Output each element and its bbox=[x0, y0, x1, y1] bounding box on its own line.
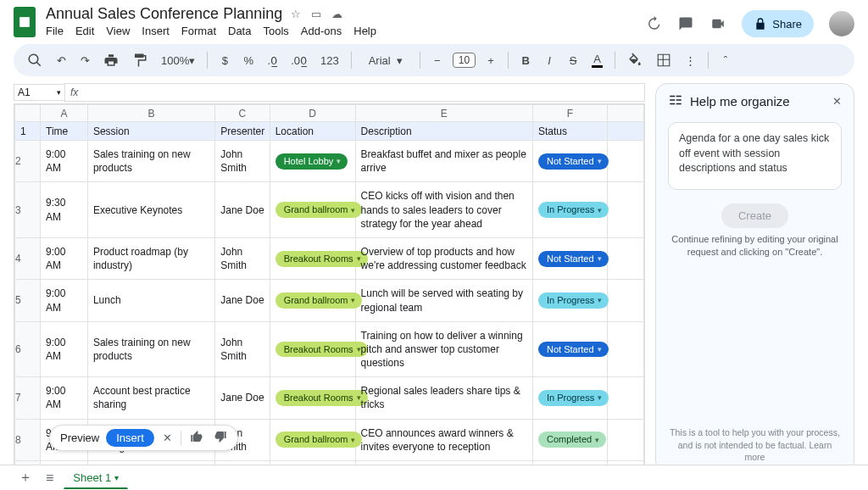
header-location[interactable]: Location bbox=[270, 122, 355, 141]
grid[interactable]: ABCDEF 1 Time Session Presenter Location… bbox=[14, 103, 645, 473]
cell-description[interactable]: Overview of top products and how we're a… bbox=[355, 237, 532, 279]
cell-description[interactable]: Training on how to deliver a winning pit… bbox=[355, 321, 532, 377]
decrease-decimal-icon[interactable]: .0̲ bbox=[264, 51, 281, 70]
cell-description[interactable]: Lunch will be served with seating by reg… bbox=[355, 280, 532, 321]
doc-title[interactable]: Annual Sales Conference Planning bbox=[46, 5, 282, 23]
cell-description[interactable]: CEO announces award winners & invites ev… bbox=[355, 419, 532, 460]
text-color-icon[interactable]: A bbox=[588, 49, 606, 71]
cell-time[interactable]: 9:00 AM bbox=[41, 237, 88, 279]
move-icon[interactable]: ▭ bbox=[311, 8, 321, 20]
col-header-C[interactable]: C bbox=[215, 105, 270, 122]
col-header-F[interactable]: F bbox=[532, 105, 607, 122]
header-description[interactable]: Description bbox=[355, 122, 532, 141]
menu-add-ons[interactable]: Add-ons bbox=[301, 25, 342, 37]
cloud-status-icon[interactable]: ☁ bbox=[331, 8, 342, 20]
history-icon[interactable] bbox=[645, 15, 662, 32]
header-time[interactable]: Time bbox=[41, 122, 88, 141]
close-preview-icon[interactable]: ✕ bbox=[161, 432, 174, 444]
star-icon[interactable]: ☆ bbox=[291, 8, 301, 20]
col-header-E[interactable]: E bbox=[355, 105, 532, 122]
cell-presenter[interactable]: John Smith bbox=[215, 141, 270, 182]
cell-session[interactable]: Sales training on new products bbox=[87, 321, 214, 377]
row-header[interactable]: 5 bbox=[15, 280, 41, 321]
cell-session[interactable]: Lunch bbox=[87, 280, 214, 321]
increase-decimal-icon[interactable]: .00̲ bbox=[287, 51, 310, 70]
zoom-select[interactable]: 100% ▾ bbox=[158, 51, 198, 70]
row-header[interactable]: 2 bbox=[15, 141, 41, 182]
strikethrough-icon[interactable]: S bbox=[565, 51, 581, 70]
menu-view[interactable]: View bbox=[106, 25, 130, 37]
menu-format[interactable]: Format bbox=[181, 25, 216, 37]
status-chip[interactable]: Not Started▾ bbox=[538, 342, 609, 358]
all-sheets-icon[interactable]: ≡ bbox=[42, 471, 57, 486]
insert-button[interactable]: Insert bbox=[106, 429, 154, 447]
cell-session[interactable]: Account best practice sharing bbox=[87, 377, 214, 419]
cell-time[interactable]: 9:00 AM bbox=[41, 141, 88, 182]
menu-data[interactable]: Data bbox=[228, 25, 251, 37]
header-session[interactable]: Session bbox=[87, 122, 214, 141]
formula-bar[interactable]: fx bbox=[64, 83, 645, 102]
thumbs-down-icon[interactable] bbox=[212, 430, 229, 446]
sheet-tab-1[interactable]: Sheet 1▾ bbox=[64, 467, 128, 489]
percent-icon[interactable]: % bbox=[240, 51, 257, 70]
menu-edit[interactable]: Edit bbox=[75, 25, 94, 37]
row-header[interactable]: 7 bbox=[15, 377, 41, 419]
thumbs-up-icon[interactable] bbox=[188, 430, 205, 446]
row-header[interactable]: 6 bbox=[15, 321, 41, 377]
menu-insert[interactable]: Insert bbox=[142, 25, 170, 37]
search-icon[interactable] bbox=[24, 49, 46, 71]
cell-location[interactable]: Breakout Rooms▾ bbox=[270, 237, 355, 279]
decrease-font-icon[interactable]: − bbox=[429, 51, 446, 70]
location-chip[interactable]: Grand ballroom▾ bbox=[275, 202, 363, 218]
currency-icon[interactable]: $ bbox=[216, 51, 233, 70]
font-family-select[interactable]: Arial ▾ bbox=[360, 51, 411, 70]
cell-description[interactable]: Regional sales leaders share tips & tric… bbox=[355, 377, 532, 419]
font-size-input[interactable]: 10 bbox=[453, 53, 476, 68]
menu-tools[interactable]: Tools bbox=[263, 25, 288, 37]
cell-time[interactable]: 9:00 AM bbox=[41, 280, 88, 321]
undo-icon[interactable]: ↶ bbox=[53, 51, 70, 70]
col-header-B[interactable]: B bbox=[87, 105, 214, 122]
row-header[interactable]: 3 bbox=[15, 182, 41, 238]
cell-location[interactable]: Grand ballroom▾ bbox=[270, 182, 355, 238]
location-chip[interactable]: Grand ballroom▾ bbox=[275, 292, 363, 309]
status-chip[interactable]: Not Started▾ bbox=[538, 153, 609, 170]
header-presenter[interactable]: Presenter bbox=[215, 122, 270, 141]
cell-session[interactable]: Sales training on new products bbox=[87, 141, 214, 182]
row-header[interactable]: 8 bbox=[15, 419, 41, 460]
fill-color-icon[interactable] bbox=[624, 49, 646, 71]
cell-status[interactable]: In Progress▾ bbox=[532, 377, 607, 419]
borders-icon[interactable] bbox=[653, 49, 675, 71]
meet-icon[interactable] bbox=[709, 15, 726, 32]
account-avatar[interactable] bbox=[829, 11, 854, 36]
status-chip[interactable]: In Progress▾ bbox=[538, 390, 609, 406]
cell-status[interactable]: In Progress▾ bbox=[532, 280, 607, 321]
status-chip[interactable]: Completed▾ bbox=[538, 432, 606, 448]
menu-file[interactable]: File bbox=[46, 25, 64, 37]
cell-presenter[interactable]: John Smith bbox=[215, 321, 270, 377]
cell-time[interactable]: 9:30 AM bbox=[41, 182, 88, 238]
status-chip[interactable]: Not Started▾ bbox=[538, 251, 609, 267]
cell-location[interactable]: Hotel Lobby▾ bbox=[270, 141, 355, 182]
cell-location[interactable]: Breakout Rooms▾ bbox=[270, 321, 355, 377]
cell-description[interactable]: Breakfast buffet and mixer as people arr… bbox=[355, 141, 532, 182]
cell-time[interactable]: 9:00 AM bbox=[41, 321, 88, 377]
cell-time[interactable]: 9:00 AM bbox=[41, 377, 88, 419]
location-chip[interactable]: Hotel Lobby▾ bbox=[275, 153, 348, 170]
col-header-A[interactable]: A bbox=[41, 105, 88, 122]
create-button[interactable]: Create bbox=[721, 203, 788, 228]
cell-presenter[interactable]: Jane Doe bbox=[215, 280, 270, 321]
location-chip[interactable]: Breakout Rooms▾ bbox=[275, 251, 368, 267]
header-status[interactable]: Status bbox=[532, 122, 607, 141]
row-header[interactable]: 4 bbox=[15, 237, 41, 279]
number-format-select[interactable]: 123 bbox=[317, 51, 342, 70]
more-toolbar-icon[interactable]: ⋮ bbox=[682, 51, 699, 70]
cell-location[interactable]: Grand ballroom▾ bbox=[270, 419, 355, 460]
paint-format-icon[interactable] bbox=[129, 49, 151, 71]
location-chip[interactable]: Breakout Rooms▾ bbox=[275, 390, 368, 406]
select-all-cell[interactable] bbox=[15, 105, 41, 122]
cell-presenter[interactable]: Jane Doe bbox=[215, 377, 270, 419]
cell-session[interactable]: Product roadmap (by industry) bbox=[87, 237, 214, 279]
cell-session[interactable]: Executive Keynotes bbox=[87, 182, 214, 238]
cell-location[interactable]: Grand ballroom▾ bbox=[270, 280, 355, 321]
